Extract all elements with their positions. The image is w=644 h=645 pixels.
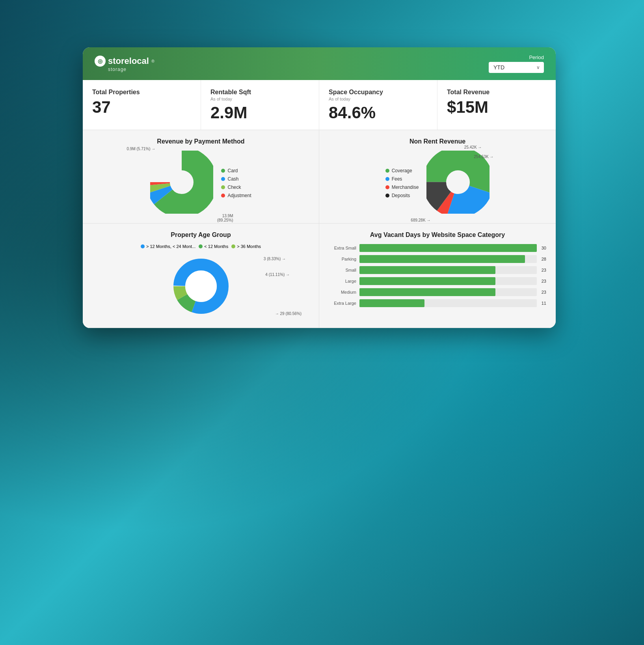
dashboard-card: ◎ storelocal ® storage Period YTD MTD QT… [83,47,556,328]
legend-item-check: Check [221,185,251,190]
bar-value-extra-large: 11 [542,301,546,306]
chart-non-rent-revenue: Non Rent Revenue Coverage Fees Merchandi… [319,130,556,224]
bar-track-extra-small [359,244,537,252]
period-select-wrapper: YTD MTD QTD Custom [489,62,544,73]
legend-label-cash: Cash [227,176,238,182]
legend-label-deposits: Deposits [392,193,410,198]
legend-item-12mo: > 12 Months, < 24 Mont... [141,244,195,249]
legend-dot-check [221,185,225,189]
pie-non-rent: 25.42K → 254.53K → 689.28K → [426,151,490,215]
chart-title-avg-vacant: Avg Vacant Days by Website Space Categor… [329,231,546,239]
legend-item-card: Card [221,168,251,173]
bar-value-large: 23 [542,279,546,283]
legend-label-lt12mo: < 12 Months [204,244,228,249]
legend-revenue-payment: Card Cash Check Adjustment [221,168,251,198]
stat-total-revenue: Total Revenue $15M [437,80,556,130]
period-select[interactable]: YTD MTD QTD Custom [489,62,544,73]
legend-dot-fees [385,177,389,181]
legend-dot-cash [221,177,225,181]
legend-label-coverage: Coverage [392,168,412,173]
bar-chart-vacant: Extra Small 30 Parking 28 Small [329,244,546,307]
legend-dot-lt12mo [199,244,203,248]
bar-row-extra-small: Extra Small 30 [329,244,546,252]
bar-row-small: Small 23 [329,266,546,274]
bar-value-extra-small: 30 [542,246,546,250]
legend-dot-adjustment [221,194,225,198]
legend-dot-gt36mo [231,244,235,248]
annotation-top-left-revenue: 0.9M (5.71%) → [127,147,155,151]
legend-item-fees: Fees [385,176,419,182]
logo: ◎ storelocal ® [95,56,154,67]
legend-dot-12mo [141,244,145,248]
chart-title-non-rent: Non Rent Revenue [329,138,546,145]
bar-track-parking [359,255,537,263]
bar-label-large: Large [329,279,356,283]
donut-chart-wrapper: 3 (8.33%) → 4 (11.11%) → → 29 (80.56%) [92,253,309,320]
pie-revenue-payment: 0.9M (5.71%) → 13.9M(89.25%) [150,151,213,215]
annotation-254k: 254.53K → [474,155,493,159]
legend-label-fees: Fees [392,176,402,182]
bar-track-medium [359,288,537,296]
stat-value-3: $15M [447,99,546,116]
donut-legend: > 12 Months, < 24 Mont... < 12 Months > … [92,244,309,249]
annotation-8pct: 3 (8.33%) → [264,257,286,261]
bar-fill-medium [359,288,495,296]
pie-chart-non-rent [426,151,490,214]
chart-title-revenue-payment: Revenue by Payment Method [92,138,309,145]
bar-value-parking: 28 [542,257,546,261]
stat-label-3: Total Revenue [447,89,546,96]
chart-revenue-payment: Revenue by Payment Method 0.9M (5.71%) → [83,130,319,224]
bar-row-extra-large: Extra Large 11 [329,299,546,307]
stat-value-1: 2.9M [210,104,309,121]
bar-fill-extra-large [359,299,424,307]
bar-row-large: Large 23 [329,277,546,285]
chart-property-age: Property Age Group > 12 Months, < 24 Mon… [83,224,319,328]
logo-sub: storage [108,67,127,72]
bar-fill-large [359,277,495,285]
stat-label-2: Space Occupancy [329,89,428,96]
legend-item-gt36mo: > 36 Months [231,244,261,249]
logo-name: storelocal [108,56,149,66]
legend-label-adjustment: Adjustment [227,193,251,198]
period-label: Period [529,54,544,60]
pie-chart-revenue [150,151,213,214]
legend-item-adjustment: Adjustment [221,193,251,198]
bar-fill-small [359,266,495,274]
annotation-689k: 689.28K → [411,218,430,222]
logo-icon: ◎ [95,56,106,67]
bar-track-large [359,277,537,285]
legend-dot-deposits [385,194,389,198]
bar-track-extra-large [359,299,537,307]
bar-label-small: Small [329,268,356,272]
chart-inner-revenue-payment: 0.9M (5.71%) → 13.9M(89.25%) [92,151,309,215]
chart-title-property-age: Property Age Group [92,231,309,239]
annotation-bottom-right-revenue: 13.9M(89.25%) [217,214,233,222]
bar-label-parking: Parking [329,257,356,261]
annotation-25k: 25.42K → [464,145,482,149]
logo-area: ◎ storelocal ® storage [95,56,154,72]
charts-grid: Revenue by Payment Method 0.9M (5.71%) → [83,130,556,328]
stat-rentable-sqft: Rentable Sqft As of today 2.9M [201,80,319,130]
legend-label-card: Card [227,168,238,173]
legend-label-merchandise: Merchandise [392,185,419,190]
bar-value-small: 23 [542,268,546,272]
legend-dot-merchandise [385,185,389,189]
stat-label-0: Total Properties [92,89,191,96]
legend-non-rent: Coverage Fees Merchandise Deposits [385,168,419,198]
chart-inner-non-rent: Coverage Fees Merchandise Deposits [329,151,546,215]
bar-row-medium: Medium 23 [329,288,546,296]
stat-value-0: 37 [92,99,191,116]
stat-total-properties: Total Properties 37 [83,80,201,130]
stat-sublabel-2: As of today [329,97,428,101]
chart-avg-vacant-days: Avg Vacant Days by Website Space Categor… [319,224,556,328]
legend-dot-coverage [385,169,389,173]
bar-label-extra-large: Extra Large [329,301,356,306]
bar-fill-extra-small [359,244,537,252]
annotation-11pct: 4 (11.11%) → [265,272,290,277]
legend-label-check: Check [227,185,241,190]
legend-item-cash: Cash [221,176,251,182]
bar-row-parking: Parking 28 [329,255,546,263]
bar-value-medium: 23 [542,290,546,295]
donut-hole [185,270,217,302]
legend-item-deposits: Deposits [385,193,419,198]
